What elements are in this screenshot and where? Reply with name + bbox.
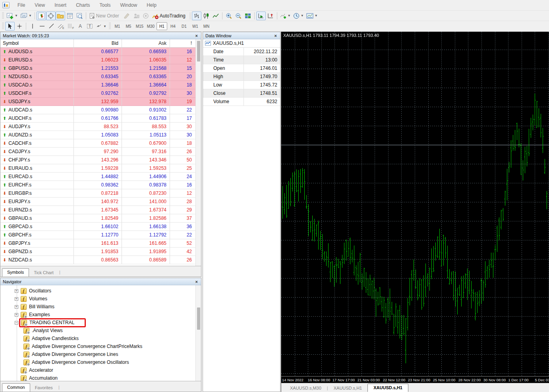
price-chart-canvas[interactable] bbox=[281, 32, 549, 376]
symbol-row-eurjpy.s[interactable]: ⬇EURJPY.s140.972141.00028 bbox=[0, 198, 196, 206]
chart-shift-button[interactable] bbox=[266, 12, 275, 20]
menu-help[interactable]: Help bbox=[142, 1, 161, 10]
symbol-row-eurusd.s[interactable]: ⬇EURUSD.s1.060231.0603512 bbox=[0, 56, 196, 64]
horizontal-line-tool[interactable] bbox=[37, 22, 47, 31]
symbol-row-usdcad.s[interactable]: ⬆USDCAD.s1.366461.3666418 bbox=[0, 81, 196, 89]
navigator-tab-common[interactable]: Common bbox=[2, 383, 30, 392]
collapse-icon[interactable]: − bbox=[15, 321, 18, 325]
navigator-item-adaptive-divergence-convergence-oscillators[interactable]: ƒAdaptive Divergence Convergence Oscilla… bbox=[0, 358, 201, 366]
symbol-row-gbpjpy.s[interactable]: ⬇GBPJPY.s161.613161.66552 bbox=[0, 239, 196, 248]
symbol-row-gbpnzd.s[interactable]: ⬇GBPNZD.s1.918531.9189542 bbox=[0, 248, 196, 256]
indicators-button[interactable]: ▼ bbox=[279, 12, 292, 20]
timeframe-m15[interactable]: M15 bbox=[134, 22, 145, 30]
text-tool[interactable]: A bbox=[75, 22, 85, 31]
col-spread[interactable]: ! bbox=[170, 39, 196, 47]
symbol-row-eurnzd.s[interactable]: ⬇EURNZD.s1.673451.6737429 bbox=[0, 206, 196, 214]
line-chart-button[interactable] bbox=[211, 12, 220, 20]
new-order-button[interactable]: New Order bbox=[88, 12, 122, 20]
symbol-row-eurcad.s[interactable]: ⬆EURCAD.s1.448821.4490624 bbox=[0, 173, 196, 181]
symbol-row-gbpchf.s[interactable]: ⬆GBPCHF.s1.127701.1279222 bbox=[0, 231, 196, 239]
timeframe-mn[interactable]: MN bbox=[201, 22, 212, 30]
crosshair-tool[interactable] bbox=[15, 22, 24, 31]
expand-icon[interactable]: + bbox=[15, 297, 18, 301]
periods-button[interactable]: ▼ bbox=[292, 12, 305, 20]
market-watch-tab-symbols[interactable]: Symbols bbox=[2, 268, 29, 277]
timeframe-m5[interactable]: M5 bbox=[123, 22, 134, 30]
symbol-row-usdjpy.s[interactable]: ⬇USDJPY.s132.959132.97819 bbox=[0, 98, 196, 106]
symbol-row-gbpusd.s[interactable]: ⬆GBPUSD.s1.215531.2156815 bbox=[0, 64, 196, 73]
navigator-item-accumulation[interactable]: ƒAccumulation bbox=[0, 374, 201, 381]
strategy-tester-button[interactable] bbox=[75, 12, 84, 20]
symbol-row-eurgbp.s[interactable]: ⬇EURGBP.s0.872180.8723012 bbox=[0, 189, 196, 198]
symbol-row-audnzd.s[interactable]: ⬆AUDNZD.s1.050831.0511330 bbox=[0, 131, 196, 139]
timeframe-h1[interactable]: H1 bbox=[157, 22, 167, 30]
symbol-row-chfjpy.s[interactable]: ⬇CHFJPY.s143.296143.34650 bbox=[0, 156, 196, 164]
bar-chart-button[interactable] bbox=[192, 12, 201, 20]
expand-icon[interactable]: + bbox=[15, 313, 18, 317]
chart-tab-0[interactable]: XAUUSD.s,M30 bbox=[284, 384, 327, 392]
autotrading-button[interactable]: AutoTrading bbox=[151, 12, 188, 20]
navigator-scrollbar[interactable] bbox=[195, 285, 201, 381]
navigator-item-accelerator[interactable]: ƒAccelerator bbox=[0, 366, 201, 374]
text-label-tool[interactable]: T bbox=[85, 22, 95, 31]
symbol-row-cadchf.s[interactable]: ⬇CADCHF.s0.678820.6790018 bbox=[0, 139, 196, 148]
templates-button[interactable]: ▼ bbox=[305, 12, 319, 20]
symbol-row-nzdcad.s[interactable]: ⬇NZDCAD.s0.865630.8658926 bbox=[0, 256, 196, 264]
timeframe-m1[interactable]: M1 bbox=[112, 22, 123, 30]
col-bid[interactable]: Bid bbox=[74, 39, 122, 47]
navigator-item-examples[interactable]: +ƒExamples bbox=[0, 311, 201, 319]
menu-tools[interactable]: Tools bbox=[95, 1, 116, 10]
market-watch-scrollbar[interactable] bbox=[195, 39, 201, 266]
timeframe-h4[interactable]: H4 bbox=[168, 22, 178, 30]
zoom-out-button[interactable] bbox=[234, 12, 243, 20]
trendline-tool[interactable] bbox=[47, 22, 56, 31]
close-icon[interactable]: × bbox=[195, 279, 199, 284]
dropdown-caret-icon[interactable]: ▼ bbox=[288, 14, 291, 17]
equidistant-channel-tool[interactable]: E bbox=[56, 22, 66, 31]
symbol-row-nzdusd.s[interactable]: ⬆NZDUSD.s0.633450.6336520 bbox=[0, 73, 196, 81]
expand-icon[interactable]: + bbox=[15, 305, 18, 309]
profiles-button[interactable]: ▼ bbox=[19, 12, 33, 20]
tile-windows-button[interactable] bbox=[243, 12, 253, 20]
market-watch-button[interactable] bbox=[37, 12, 46, 20]
navigator-tab-favorites[interactable]: Favorites bbox=[30, 384, 58, 392]
zoom-in-button[interactable] bbox=[224, 12, 234, 20]
auto-scroll-button[interactable] bbox=[256, 12, 266, 20]
menu-view[interactable]: View bbox=[30, 1, 50, 10]
close-icon[interactable]: × bbox=[274, 33, 278, 38]
dropdown-caret-icon[interactable]: ▼ bbox=[15, 14, 18, 17]
dropdown-caret-icon[interactable]: ▼ bbox=[301, 14, 304, 17]
scrollbar-thumb[interactable] bbox=[197, 307, 200, 330]
symbol-row-audjpy.s[interactable]: ⬇AUDJPY.s88.52388.55330 bbox=[0, 123, 196, 131]
navigator-button[interactable] bbox=[56, 12, 65, 20]
navigator-item--analyst-views[interactable]: ƒ.Analyst Views bbox=[0, 327, 201, 334]
symbol-row-eurchf.s[interactable]: ⬆EURCHF.s0.983620.9837816 bbox=[0, 181, 196, 189]
cursor-tool[interactable] bbox=[5, 22, 15, 31]
navigator-item-bill-williams[interactable]: +ƒBill Williams bbox=[0, 303, 201, 311]
symbol-row-gbpcad.s[interactable]: ⬆GBPCAD.s1.661021.6613836 bbox=[0, 223, 196, 231]
menu-charts[interactable]: Charts bbox=[71, 1, 95, 10]
news-button[interactable] bbox=[131, 12, 141, 20]
symbol-row-usdchf.s[interactable]: ⬆USDCHF.s0.927620.9279230 bbox=[0, 89, 196, 98]
time-axis[interactable]: 14 Nov 202216 Nov 08:0017 Nov 17:0021 No… bbox=[281, 376, 549, 383]
navigator-item-volumes[interactable]: +ƒVolumes bbox=[0, 295, 201, 303]
new-chart-button[interactable]: ▼ bbox=[5, 12, 19, 20]
timeframe-w1[interactable]: W1 bbox=[190, 22, 201, 30]
market-watch-tab-tick-chart[interactable]: Tick Chart bbox=[29, 269, 58, 277]
navigator-item-trading-central[interactable]: −ƒTRADING CENTRAL bbox=[0, 319, 201, 327]
menu-window[interactable]: Window bbox=[116, 1, 142, 10]
close-icon[interactable]: × bbox=[195, 33, 199, 38]
menu-insert[interactable]: Insert bbox=[50, 1, 71, 10]
candlestick-chart-button[interactable] bbox=[201, 12, 211, 20]
symbol-row-audusd.s[interactable]: ⬆AUDUSD.s0.665770.6659316 bbox=[0, 48, 196, 56]
arrows-tool[interactable]: ▼ bbox=[95, 22, 108, 31]
expand-icon[interactable]: + bbox=[15, 289, 18, 293]
terminal-button[interactable] bbox=[65, 12, 75, 20]
chart-window[interactable]: XAUUSD.s,H1 1793.11 1794.39 1793.11 1793… bbox=[281, 32, 549, 392]
col-symbol[interactable]: Symbol bbox=[0, 39, 74, 47]
scrollbar-thumb[interactable] bbox=[197, 41, 200, 61]
metaeditor-button[interactable] bbox=[122, 12, 131, 20]
sounds-button[interactable] bbox=[141, 12, 151, 20]
symbol-row-audchf.s[interactable]: ⬆AUDCHF.s0.617660.6178317 bbox=[0, 114, 196, 123]
symbol-row-audcad.s[interactable]: ⬆AUDCAD.s0.909800.9100222 bbox=[0, 106, 196, 114]
